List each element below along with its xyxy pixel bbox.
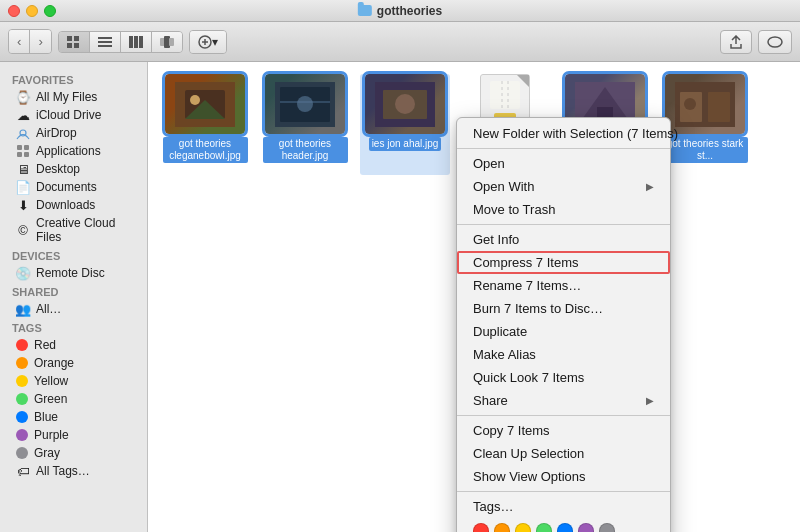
sidebar-item-icloud-drive[interactable]: ☁ iCloud Drive [4,106,143,124]
blue-tag-dot [16,411,28,423]
sidebar-item-tag-red[interactable]: Red [4,336,143,354]
menu-item-quick-look[interactable]: Quick Look 7 Items [457,366,670,389]
menu-item-new-folder[interactable]: New Folder with Selection (7 Items) [457,122,670,145]
tag-color-yellow[interactable] [515,523,531,532]
file-item[interactable]: got theories header.jpg [260,74,350,175]
remote-disc-icon: 💿 [16,266,30,280]
menu-item-rename[interactable]: Rename 7 Items… [457,274,670,297]
tag-color-red[interactable] [473,523,489,532]
submenu-arrow: ▶ [646,181,654,192]
file-name: ies jon ahal.jpg [369,137,442,151]
sidebar-item-tag-purple[interactable]: Purple [4,426,143,444]
svg-rect-21 [24,152,29,157]
file-name: got theories cleganebowl.jpg [163,137,248,163]
file-item[interactable]: got theories cleganebowl.jpg [160,74,250,175]
documents-icon: 📄 [16,180,30,194]
menu-item-open[interactable]: Open [457,152,670,175]
svg-rect-20 [17,152,22,157]
sidebar-item-tag-green[interactable]: Green [4,390,143,408]
svg-rect-33 [490,81,520,109]
sidebar-item-label: Gray [34,446,60,460]
tag-color-orange[interactable] [494,523,510,532]
sidebar-item-tag-blue[interactable]: Blue [4,408,143,426]
tag-color-purple[interactable] [578,523,594,532]
folder-icon [358,5,372,16]
minimize-button[interactable] [26,5,38,17]
sidebar-item-label: Desktop [36,162,80,176]
sidebar-item-applications[interactable]: Applications [4,142,143,160]
tag-color-green[interactable] [536,523,552,532]
sidebar-item-all-my-files[interactable]: ⌚ All My Files [4,88,143,106]
sidebar-item-desktop[interactable]: 🖥 Desktop [4,160,143,178]
shared-label: Shared [0,282,147,300]
sidebar-item-label: Blue [34,410,58,424]
sidebar-item-label: iCloud Drive [36,108,101,122]
menu-item-tags[interactable]: Tags… [457,495,670,518]
sidebar-item-downloads[interactable]: ⬇ Downloads [4,196,143,214]
action-button[interactable]: ▾ [190,31,226,53]
sidebar-item-creative-cloud[interactable]: © Creative Cloud Files [4,214,143,246]
file-item[interactable]: got theories stark st... [660,74,750,175]
sidebar-item-label: Red [34,338,56,352]
svg-rect-6 [98,45,112,47]
icloud-icon: ☁ [16,108,30,122]
svg-rect-12 [169,38,174,46]
sidebar-item-label: Orange [34,356,74,370]
svg-rect-7 [129,36,133,48]
menu-item-copy[interactable]: Copy 7 Items [457,419,670,442]
devices-label: Devices [0,246,147,264]
back-button[interactable]: ‹ [9,30,30,53]
menu-item-burn[interactable]: Burn 7 Items to Disc… [457,297,670,320]
tag-color-gray[interactable] [599,523,615,532]
menu-item-get-info[interactable]: Get Info [457,228,670,251]
svg-rect-0 [67,36,72,41]
share-button[interactable] [720,30,752,54]
sidebar-item-documents[interactable]: 📄 Documents [4,178,143,196]
menu-item-open-with[interactable]: Open With ▶ [457,175,670,198]
menu-item-make-alias[interactable]: Make Alias [457,343,670,366]
menu-item-show-view-options[interactable]: Show View Options [457,465,670,488]
svg-rect-4 [98,37,112,39]
favorites-label: Favorites [0,70,147,88]
sidebar-item-label: Applications [36,144,101,158]
menu-item-clean-up[interactable]: Clean Up Selection [457,442,670,465]
sidebar-item-tag-yellow[interactable]: Yellow [4,372,143,390]
nav-buttons: ‹ › [8,29,52,54]
maximize-button[interactable] [44,5,56,17]
orange-tag-dot [16,357,28,369]
tag-color-blue[interactable] [557,523,573,532]
sidebar-item-label: Downloads [36,198,95,212]
sidebar-item-all-tags[interactable]: 🏷 All Tags… [4,462,143,480]
menu-divider [457,148,670,149]
all-my-files-icon: ⌚ [16,90,30,104]
tag-button[interactable] [758,30,792,54]
file-name: got theories header.jpg [263,137,348,163]
svg-rect-1 [74,36,79,41]
menu-item-move-to-trash[interactable]: Move to Trash [457,198,670,221]
column-view-button[interactable] [121,32,152,52]
sidebar-item-tag-orange[interactable]: Orange [4,354,143,372]
menu-item-share[interactable]: Share ▶ [457,389,670,412]
sidebar-item-airdrop[interactable]: AirDrop [4,124,143,142]
forward-button[interactable]: › [30,30,50,53]
yellow-tag-dot [16,375,28,387]
svg-rect-3 [74,43,79,48]
menu-item-duplicate[interactable]: Duplicate [457,320,670,343]
sidebar-item-remote-disc[interactable]: 💿 Remote Disc [4,264,143,282]
svg-rect-41 [708,92,730,122]
list-view-button[interactable] [90,32,121,52]
close-button[interactable] [8,5,20,17]
sidebar-item-all-shared[interactable]: 👥 All… [4,300,143,318]
sidebar-item-label: All… [36,302,61,316]
main-layout: Favorites ⌚ All My Files ☁ iCloud Drive … [0,62,800,532]
coverflow-view-button[interactable] [152,32,182,52]
sidebar-item-tag-gray[interactable]: Gray [4,444,143,462]
file-item[interactable]: ies jon ahal.jpg [360,74,450,175]
svg-point-42 [684,98,696,110]
file-thumbnail [265,74,345,134]
sidebar-item-label: AirDrop [36,126,77,140]
icon-view-button[interactable] [59,32,90,52]
menu-item-compress[interactable]: Compress 7 Items [457,251,670,274]
sidebar-item-label: Creative Cloud Files [36,216,131,244]
titlebar: gottheories [0,0,800,22]
